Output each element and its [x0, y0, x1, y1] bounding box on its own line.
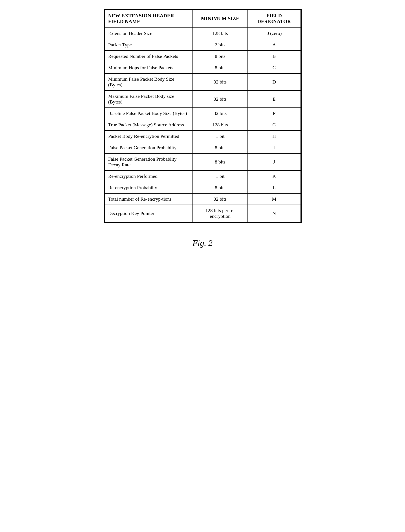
cell-field-name: Minimum False Packet Body Size (Bytes) [104, 73, 193, 91]
cell-size: 8 bits [193, 62, 248, 73]
page-container: NEW EXTENSION HEADER FIELD NAME MINIMUM … [104, 9, 302, 248]
table-wrapper: NEW EXTENSION HEADER FIELD NAME MINIMUM … [104, 9, 302, 223]
cell-designator: L [248, 182, 301, 193]
cell-size: 8 bits [193, 182, 248, 193]
cell-designator: H [248, 131, 301, 142]
cell-field-name: Packet Body Re-encrytion Permitted [104, 131, 193, 142]
cell-field-name: Maximum False Packet Body size (Bytes) [104, 91, 193, 108]
cell-field-name: Re-encryption Probabilty [104, 182, 193, 193]
cell-designator: K [248, 171, 301, 182]
cell-size: 128 bits per re-encryption [193, 205, 248, 222]
header-name: NEW EXTENSION HEADER FIELD NAME [104, 10, 193, 28]
cell-designator: 0 (zero) [248, 28, 301, 39]
table-row: False Packet Generation Probablity Decay… [104, 153, 301, 171]
table-row: Total number of Re-encryp-tions32 bitsM [104, 193, 301, 205]
cell-size: 8 bits [193, 51, 248, 62]
cell-field-name: True Packet (Message) Source Address [104, 119, 193, 131]
main-table: NEW EXTENSION HEADER FIELD NAME MINIMUM … [104, 9, 301, 222]
table-row: Minimum False Packet Body Size (Bytes)32… [104, 73, 301, 91]
cell-designator: G [248, 119, 301, 131]
cell-designator: A [248, 39, 301, 51]
cell-designator: C [248, 62, 301, 73]
table-row: True Packet (Message) Source Address128 … [104, 119, 301, 131]
cell-size: 32 bits [193, 91, 248, 108]
cell-field-name: False Packet Generation Probablity Decay… [104, 153, 193, 171]
table-row: Baseline False Packet Body Size (Bytes)3… [104, 108, 301, 119]
cell-field-name: Minimum Hops for False Packets [104, 62, 193, 73]
cell-size: 1 bit [193, 171, 248, 182]
cell-field-name: False Packet Generation Probablity [104, 142, 193, 153]
cell-designator: B [248, 51, 301, 62]
figure-caption: Fig. 2 [192, 238, 213, 248]
cell-field-name: Decryption Key Pointer [104, 205, 193, 222]
cell-size: 1 bit [193, 131, 248, 142]
table-body: Extension Header Size128 bits0 (zero)Pac… [104, 28, 301, 222]
cell-size: 32 bits [193, 73, 248, 91]
table-row: Re-encryption Performed1 bitK [104, 171, 301, 182]
cell-field-name: Packet Type [104, 39, 193, 51]
cell-field-name: Baseline False Packet Body Size (Bytes) [104, 108, 193, 119]
table-row: Packet Body Re-encrytion Permitted1 bitH [104, 131, 301, 142]
table-row: Maximum False Packet Body size (Bytes)32… [104, 91, 301, 108]
cell-designator: E [248, 91, 301, 108]
cell-designator: J [248, 153, 301, 171]
cell-designator: D [248, 73, 301, 91]
header-designator: FIELD DESIGNATOR [248, 10, 301, 28]
cell-size: 32 bits [193, 193, 248, 205]
table-row: False Packet Generation Probablity8 bits… [104, 142, 301, 153]
cell-size: 32 bits [193, 108, 248, 119]
cell-size: 2 bits [193, 39, 248, 51]
cell-field-name: Extension Header Size [104, 28, 193, 39]
table-header-row: NEW EXTENSION HEADER FIELD NAME MINIMUM … [104, 10, 301, 28]
cell-field-name: Requested Number of False Packets [104, 51, 193, 62]
cell-designator: I [248, 142, 301, 153]
table-row: Packet Type2 bitsA [104, 39, 301, 51]
cell-designator: F [248, 108, 301, 119]
header-size: MINIMUM SIZE [193, 10, 248, 28]
cell-size: 128 bits [193, 119, 248, 131]
cell-designator: M [248, 193, 301, 205]
table-row: Requested Number of False Packets8 bitsB [104, 51, 301, 62]
cell-designator: N [248, 205, 301, 222]
cell-field-name: Total number of Re-encryp-tions [104, 193, 193, 205]
cell-size: 128 bits [193, 28, 248, 39]
cell-field-name: Re-encryption Performed [104, 171, 193, 182]
table-row: Re-encryption Probabilty8 bitsL [104, 182, 301, 193]
table-row: Extension Header Size128 bits0 (zero) [104, 28, 301, 39]
cell-size: 8 bits [193, 153, 248, 171]
table-row: Minimum Hops for False Packets8 bitsC [104, 62, 301, 73]
table-row: Decryption Key Pointer128 bits per re-en… [104, 205, 301, 222]
cell-size: 8 bits [193, 142, 248, 153]
